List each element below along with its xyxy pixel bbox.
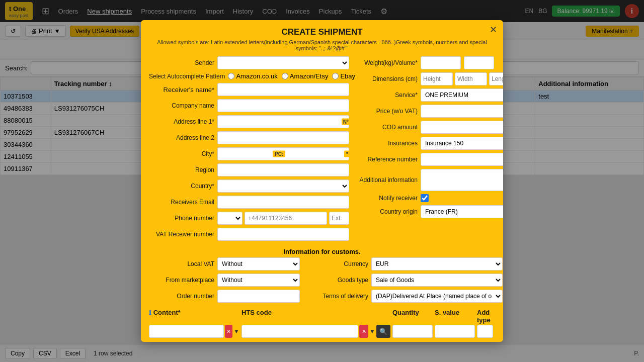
cod-group: COD amount EUR <box>357 121 503 134</box>
autocomplete-label: Select Autocomplete Pattern <box>149 73 225 80</box>
hts-search-button[interactable]: 🔍 <box>376 325 390 338</box>
service-select[interactable]: ONE PREMIUM <box>421 88 503 102</box>
insurance-select[interactable]: Insurance 150 <box>421 137 503 150</box>
weight-input[interactable]: 0.750 <box>421 56 461 69</box>
svalue-input[interactable]: 22 <box>435 325 475 338</box>
add-type-box[interactable] <box>477 325 493 338</box>
addinfo-label: Additional information <box>357 176 418 184</box>
qty-col-label: Quantity <box>392 309 433 324</box>
modal-close-icon[interactable]: ✕ <box>490 25 497 34</box>
content-item-input[interactable]: Cotton t-shirt <box>149 325 224 338</box>
autocomplete-radios: Amazon.co.uk Amazon/Etsy Ebay <box>228 72 355 80</box>
country-origin-group: Country origin France (FR) <box>357 205 503 218</box>
weight-label: Weight(kg)/Volume* <box>357 59 418 66</box>
hts-input[interactable]: 6109100004 <box>242 325 358 338</box>
svalue-col-label: S. value <box>435 309 475 324</box>
region-input[interactable] <box>217 163 349 176</box>
address1-group: Address line 1* N° <box>149 115 349 128</box>
content-row: Cotton t-shirt ✕ ▼ 6109100004 ✕ ▼ 🔍 1 22 <box>149 325 495 338</box>
goods-type-group: Goods type Sale of Goods <box>308 274 503 287</box>
order-number-input[interactable] <box>217 290 300 303</box>
notify-checkbox[interactable] <box>421 194 429 202</box>
insurance-label: Insurances <box>357 140 418 147</box>
notify-group: Notify receiver <box>357 194 503 202</box>
country-origin-select[interactable]: France (FR) <box>421 205 503 218</box>
insurance-group: Insurances Insurance 150 <box>357 137 503 150</box>
marketplace-group: From marketplace Without <box>149 274 300 287</box>
sender-label: Sender <box>149 59 214 66</box>
reference-group: Reference number #12345 <box>357 153 503 166</box>
volume-input[interactable] <box>464 56 494 69</box>
currency-select[interactable]: EUR <box>371 257 503 270</box>
address1-wrap: N° <box>217 115 349 128</box>
content-col-label: ℹ Content* <box>149 309 239 324</box>
phone-number-input[interactable] <box>245 212 327 225</box>
order-number-group: Order number <box>149 290 300 303</box>
email-input[interactable] <box>217 196 349 209</box>
price-input[interactable] <box>421 105 503 118</box>
phone-label: Phone number <box>149 215 214 222</box>
hts-clear-button[interactable]: ✕ <box>359 325 368 338</box>
modal-header: CREATE SHIPMENT ✕ <box>141 20 503 39</box>
width-input[interactable] <box>455 72 487 85</box>
goods-type-select[interactable]: Sale of Goods <box>371 274 503 287</box>
city-label: City* <box>149 150 214 157</box>
phone-ext-input[interactable] <box>329 212 349 225</box>
content-clear-button[interactable]: ✕ <box>225 325 232 338</box>
vat-input[interactable] <box>217 228 349 241</box>
address2-input[interactable] <box>217 131 349 144</box>
price-label: Price (w/o VAT) <box>357 108 418 115</box>
local-vat-select[interactable]: Without <box>217 257 300 270</box>
city-group: City* PC: * <box>149 147 349 160</box>
hts-dropdown-arrow: ▼ <box>369 328 375 335</box>
sender-select[interactable] <box>217 56 349 69</box>
height-input[interactable] <box>421 72 453 85</box>
content-col-headers: ℹ Content* HTS code Quantity S. value Ad… <box>149 309 495 325</box>
length-input[interactable] <box>489 72 503 85</box>
sender-group: Sender <box>149 56 349 69</box>
company-input[interactable] <box>217 99 349 112</box>
marketplace-select[interactable]: Without <box>217 274 300 287</box>
modal-footer: Close Save <box>141 338 503 342</box>
country-select[interactable] <box>217 179 349 193</box>
info-icon: ℹ <box>149 309 151 316</box>
customs-right: Currency EUR Goods type Sale of Goods Te… <box>308 257 503 306</box>
reference-input[interactable]: #12345 <box>421 153 503 166</box>
local-vat-group: Local VAT Without <box>149 257 300 270</box>
radio-ebay[interactable]: Ebay <box>332 72 355 80</box>
addinfo-group: Additional information <box>357 169 503 191</box>
goods-type-label: Goods type <box>308 277 368 284</box>
delivery-label: Terms of delivery <box>308 293 368 300</box>
delivery-group: Terms of delivery (DAP)Delivered At Plac… <box>308 290 503 303</box>
address1-input[interactable] <box>217 115 349 128</box>
phone-code-select[interactable] <box>217 212 243 225</box>
order-number-label: Order number <box>149 293 214 300</box>
cod-row: EUR <box>421 121 503 134</box>
quantity-input[interactable]: 1 <box>392 325 433 338</box>
marketplace-label: From marketplace <box>149 277 214 284</box>
dimensions-group: Dimensions (cm) <box>357 72 503 85</box>
hts-wrap: 6109100004 ✕ ▼ 🔍 <box>242 325 390 338</box>
email-label: Receivers Email <box>149 199 214 206</box>
company-group: Company name <box>149 99 349 112</box>
radio-amazon-etsy[interactable]: Amazon/Etsy <box>282 72 329 80</box>
modal-body: Sender Select Autocomplete Pattern Amazo… <box>141 56 503 244</box>
phone-row <box>217 212 349 225</box>
weight-row: 0.750 <box>421 56 494 69</box>
service-label: Service* <box>357 92 418 99</box>
customs-grid: Local VAT Without From marketplace Witho… <box>141 257 503 306</box>
dropdown-arrow: ▼ <box>233 328 239 335</box>
city-input[interactable] <box>217 147 349 160</box>
currency-label: Currency <box>308 260 368 267</box>
radio-amazon-uk[interactable]: Amazon.co.uk <box>228 72 277 80</box>
currency-group: Currency EUR <box>308 257 503 270</box>
receiver-name-input[interactable]: John Doe <box>217 83 349 96</box>
address1-label: Address line 1* <box>149 118 214 125</box>
addinfo-textarea[interactable] <box>421 169 503 191</box>
cod-input[interactable] <box>421 121 503 134</box>
delivery-select[interactable]: (DAP)Delivered At Place (named place of … <box>371 290 503 303</box>
content-item-wrap: Cotton t-shirt ✕ ▼ <box>149 325 239 338</box>
left-column: Sender Select Autocomplete Pattern Amazo… <box>149 56 349 244</box>
weight-group: Weight(kg)/Volume* 0.750 <box>357 56 503 69</box>
service-group: Service* ONE PREMIUM <box>357 88 503 102</box>
